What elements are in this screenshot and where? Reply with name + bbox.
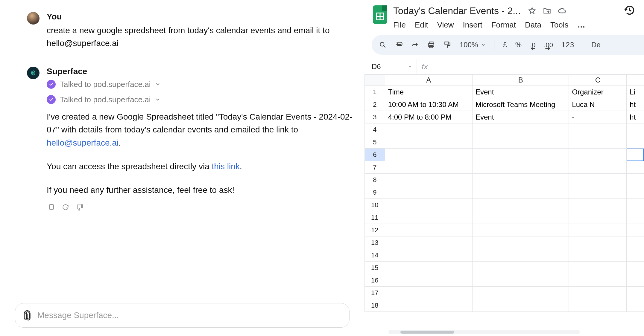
name-box[interactable]: D6 xyxy=(372,62,417,71)
undo-icon[interactable] xyxy=(395,41,403,49)
row-header[interactable]: 3 xyxy=(365,111,385,123)
cell[interactable] xyxy=(569,123,627,136)
tool-call-2[interactable]: Talked to pod.superface.ai xyxy=(47,95,353,104)
cell[interactable] xyxy=(385,299,472,312)
cell[interactable] xyxy=(385,274,472,287)
cell[interactable] xyxy=(627,123,644,136)
cell[interactable] xyxy=(569,211,627,224)
increase-decimal-button[interactable]: .00 xyxy=(544,41,553,49)
number-format-button[interactable]: 123 xyxy=(561,41,574,49)
row-header[interactable]: 6 xyxy=(365,149,385,161)
cell[interactable] xyxy=(569,174,627,186)
row-header[interactable]: 17 xyxy=(365,287,385,299)
cell[interactable] xyxy=(569,149,627,161)
cell[interactable]: 10:00 AM to 10:30 AM xyxy=(385,98,472,111)
cell[interactable] xyxy=(472,224,569,236)
cell[interactable] xyxy=(385,136,472,149)
version-history-icon[interactable] xyxy=(624,4,638,17)
cell[interactable] xyxy=(569,136,627,149)
regenerate-button[interactable] xyxy=(61,203,70,212)
cell[interactable] xyxy=(627,161,644,174)
move-icon[interactable] xyxy=(543,7,551,15)
cell[interactable] xyxy=(385,199,472,211)
cell[interactable] xyxy=(627,299,644,312)
cell[interactable]: Luca N xyxy=(569,98,627,111)
cell[interactable]: Li xyxy=(627,86,644,98)
cell[interactable] xyxy=(627,174,644,186)
paint-format-icon[interactable] xyxy=(443,41,451,49)
spreadsheet-link[interactable]: this link xyxy=(212,162,240,171)
col-header-a[interactable]: A xyxy=(385,75,472,86)
cell[interactable] xyxy=(385,149,472,161)
cell[interactable] xyxy=(627,211,644,224)
cell[interactable] xyxy=(569,274,627,287)
row-header[interactable]: 1 xyxy=(365,86,385,98)
cell[interactable] xyxy=(627,262,644,274)
cell[interactable] xyxy=(569,287,627,299)
row-header[interactable]: 11 xyxy=(365,211,385,224)
cell[interactable] xyxy=(385,262,472,274)
cell[interactable] xyxy=(472,262,569,274)
cell[interactable] xyxy=(627,136,644,149)
currency-button[interactable]: £ xyxy=(503,41,507,49)
attachment-icon[interactable] xyxy=(23,310,32,320)
col-header-partial[interactable] xyxy=(627,75,644,86)
cell[interactable] xyxy=(472,274,569,287)
menu-edit[interactable]: Edit xyxy=(415,20,428,30)
cell[interactable]: - xyxy=(569,111,627,123)
cell[interactable] xyxy=(472,249,569,262)
cell[interactable]: Time xyxy=(385,86,472,98)
menu-more[interactable]: … xyxy=(578,20,585,30)
formula-bar[interactable] xyxy=(432,63,644,71)
cell[interactable] xyxy=(385,249,472,262)
cell[interactable] xyxy=(385,211,472,224)
menu-tools[interactable]: Tools xyxy=(550,20,569,30)
menu-data[interactable]: Data xyxy=(525,20,541,30)
cell[interactable] xyxy=(385,224,472,236)
row-header[interactable]: 2 xyxy=(365,98,385,111)
sheets-logo-icon[interactable] xyxy=(372,4,388,25)
menu-file[interactable]: File xyxy=(393,20,406,30)
document-title[interactable]: Today's Calendar Events - 2... xyxy=(393,5,521,16)
cell[interactable] xyxy=(569,262,627,274)
cell[interactable] xyxy=(385,123,472,136)
copy-button[interactable] xyxy=(47,203,56,212)
font-select[interactable]: De xyxy=(591,41,601,49)
cell[interactable] xyxy=(472,186,569,199)
cell[interactable]: Event xyxy=(472,111,569,123)
cell[interactable]: 4:00 PM to 8:00 PM xyxy=(385,111,472,123)
cell[interactable] xyxy=(385,287,472,299)
row-header[interactable]: 16 xyxy=(365,274,385,287)
cell[interactable] xyxy=(569,186,627,199)
row-header[interactable]: 18 xyxy=(365,299,385,312)
row-header[interactable]: 5 xyxy=(365,136,385,149)
select-all-corner[interactable] xyxy=(365,75,385,86)
cell[interactable] xyxy=(385,236,472,249)
star-icon[interactable] xyxy=(528,7,536,15)
cell[interactable] xyxy=(385,186,472,199)
cloud-saved-icon[interactable] xyxy=(558,7,566,15)
row-header[interactable]: 12 xyxy=(365,224,385,236)
cell[interactable] xyxy=(627,186,644,199)
cell[interactable] xyxy=(472,199,569,211)
cell[interactable] xyxy=(472,149,569,161)
cell[interactable] xyxy=(627,274,644,287)
cell[interactable] xyxy=(569,161,627,174)
tool-call-1[interactable]: Talked to pod.superface.ai xyxy=(47,80,353,89)
menu-view[interactable]: View xyxy=(437,20,454,30)
cell[interactable]: ht xyxy=(627,111,644,123)
cell[interactable] xyxy=(627,287,644,299)
spreadsheet-grid[interactable]: A B C 1TimeEventOrganizerLi210:00 AM to … xyxy=(364,74,644,312)
cell[interactable] xyxy=(569,199,627,211)
row-header[interactable]: 4 xyxy=(365,123,385,136)
zoom-select[interactable]: 100% xyxy=(460,41,486,49)
cell[interactable] xyxy=(569,224,627,236)
cell[interactable] xyxy=(627,149,644,161)
cell[interactable] xyxy=(472,174,569,186)
decrease-decimal-button[interactable]: .0 xyxy=(530,41,535,49)
cell[interactable] xyxy=(472,123,569,136)
message-input[interactable] xyxy=(37,311,341,320)
row-header[interactable]: 10 xyxy=(365,199,385,211)
row-header[interactable]: 14 xyxy=(365,249,385,262)
cell[interactable] xyxy=(627,249,644,262)
